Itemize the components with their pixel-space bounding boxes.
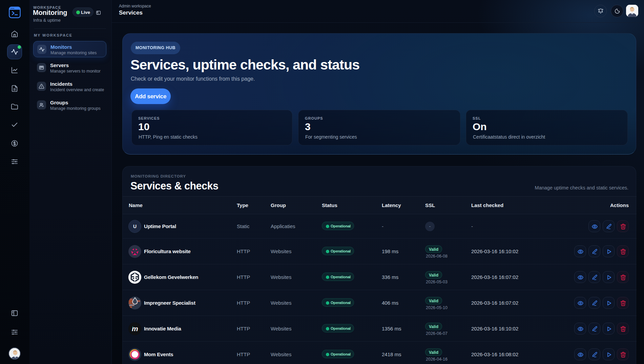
svg-text:m: m — [132, 325, 138, 332]
